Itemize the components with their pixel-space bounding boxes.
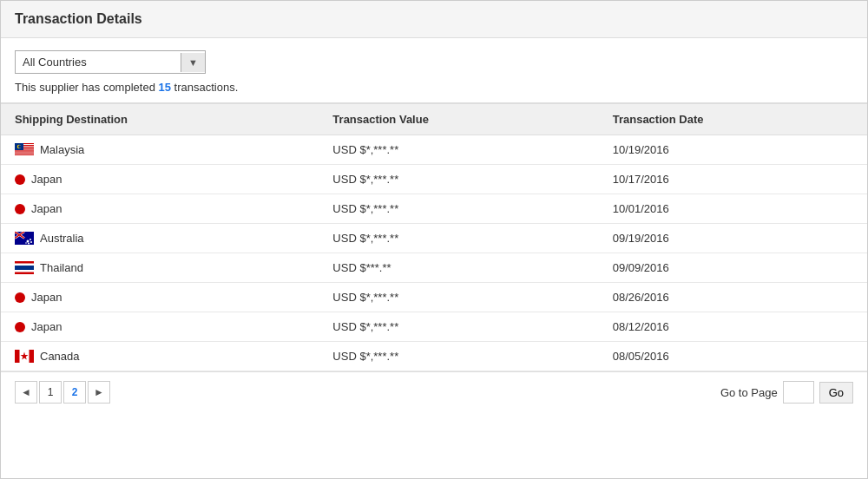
- col-header-destination: Shipping Destination: [1, 104, 319, 135]
- transaction-info-prefix: This supplier has completed: [15, 81, 158, 94]
- country-name: Japan: [31, 291, 62, 304]
- australia-flag-icon: [15, 232, 34, 245]
- next-page-button[interactable]: ►: [88, 381, 110, 404]
- value-cell: USD $*,***.**: [319, 165, 598, 194]
- svg-rect-9: [15, 151, 34, 152]
- destination-cell: Canada: [1, 342, 319, 371]
- date-cell: 08/12/2016: [599, 312, 867, 342]
- svg-rect-12: [15, 154, 34, 154]
- pagination-left: ◄ 1 2 ►: [15, 381, 110, 404]
- filter-section: All Countries Malaysia Japan Australia T…: [1, 38, 867, 103]
- header: Transaction Details: [1, 1, 867, 38]
- table-row: JapanUSD $*,***.**08/12/2016: [1, 312, 867, 342]
- value-cell: USD $***.**: [319, 253, 598, 283]
- value-cell: USD $*,***.**: [319, 135, 598, 165]
- go-to-page-label: Go to Page: [720, 386, 778, 399]
- dropdown-arrow-icon[interactable]: ▼: [181, 53, 205, 72]
- go-button[interactable]: Go: [819, 382, 853, 404]
- svg-point-25: [30, 239, 31, 240]
- value-cell: USD $*,***.**: [319, 342, 598, 371]
- country-name: Australia: [40, 232, 84, 245]
- prev-page-button[interactable]: ◄: [15, 381, 37, 404]
- svg-rect-31: [15, 266, 34, 270]
- destination-cell: Australia: [1, 224, 319, 253]
- value-cell: USD $*,***.**: [319, 224, 598, 253]
- date-cell: 08/05/2016: [599, 342, 867, 371]
- page-wrapper: Transaction Details All Countries Malays…: [0, 0, 868, 479]
- date-cell: 10/17/2016: [599, 165, 867, 194]
- country-name: Japan: [31, 320, 62, 333]
- transactions-table: Shipping Destination Transaction Value T…: [1, 103, 867, 371]
- country-name: Malaysia: [40, 143, 84, 156]
- japan-flag-icon: [15, 174, 25, 185]
- table-row: JapanUSD $*,***.**10/17/2016: [1, 165, 867, 194]
- svg-point-28: [25, 242, 27, 244]
- table-row: MalaysiaUSD $*,***.**10/19/2016: [1, 135, 867, 165]
- svg-rect-10: [15, 152, 34, 153]
- country-cell: Japan: [15, 202, 305, 215]
- country-name: Canada: [40, 350, 80, 363]
- japan-flag-icon: [15, 322, 25, 332]
- value-cell: USD $*,***.**: [319, 194, 598, 224]
- malaysia-flag-icon: [15, 143, 34, 156]
- destination-cell: Thailand: [1, 253, 319, 283]
- svg-rect-14: [15, 155, 34, 156]
- destination-cell: Japan: [1, 194, 319, 224]
- col-header-date: Transaction Date: [599, 104, 867, 135]
- destination-cell: Malaysia: [1, 135, 319, 165]
- pagination-bar: ◄ 1 2 ► Go to Page Go: [1, 371, 867, 412]
- table-row: JapanUSD $*,***.**10/01/2016: [1, 194, 867, 224]
- country-cell: Thailand: [15, 261, 305, 274]
- transaction-info-suffix: transactions.: [171, 81, 238, 94]
- col-header-value: Transaction Value: [319, 104, 598, 135]
- go-to-page-input[interactable]: [783, 381, 814, 404]
- country-name: Thailand: [40, 261, 83, 274]
- destination-cell: Japan: [1, 312, 319, 342]
- country-dropdown[interactable]: All Countries Malaysia Japan Australia T…: [16, 51, 181, 73]
- country-name: Japan: [31, 202, 62, 215]
- country-name: Japan: [31, 173, 62, 186]
- svg-point-26: [30, 241, 32, 243]
- table-row: ThailandUSD $***.**09/09/2016: [1, 253, 867, 283]
- page-1-button[interactable]: 1: [39, 381, 62, 404]
- date-cell: 10/01/2016: [599, 194, 867, 224]
- svg-rect-13: [15, 154, 34, 155]
- country-cell: Japan: [15, 291, 305, 304]
- svg-rect-33: [15, 350, 20, 363]
- destination-cell: Japan: [1, 165, 319, 194]
- value-cell: USD $*,***.**: [319, 283, 598, 312]
- table-row: AustraliaUSD $*,***.**09/19/2016: [1, 224, 867, 253]
- svg-point-17: [18, 145, 21, 148]
- country-cell: Malaysia: [15, 143, 305, 156]
- value-cell: USD $*,***.**: [319, 312, 598, 342]
- svg-point-27: [28, 243, 30, 245]
- country-cell: Japan: [15, 173, 305, 186]
- transaction-info: This supplier has completed 15 transacti…: [15, 81, 853, 94]
- japan-flag-icon: [15, 204, 25, 214]
- country-cell: Canada: [15, 350, 305, 363]
- page-2-button[interactable]: 2: [63, 381, 86, 404]
- date-cell: 09/09/2016: [599, 253, 867, 283]
- country-cell: Australia: [15, 232, 305, 245]
- thailand-flag-icon: [15, 261, 34, 274]
- svg-point-24: [27, 240, 30, 243]
- page-title: Transaction Details: [15, 11, 142, 26]
- japan-flag-icon: [15, 292, 25, 303]
- table-section: Shipping Destination Transaction Value T…: [1, 103, 867, 371]
- svg-rect-11: [15, 153, 34, 154]
- svg-rect-34: [30, 350, 35, 363]
- country-dropdown-wrapper: All Countries Malaysia Japan Australia T…: [15, 50, 206, 74]
- date-cell: 10/19/2016: [599, 135, 867, 165]
- date-cell: 08/26/2016: [599, 283, 867, 312]
- date-cell: 09/19/2016: [599, 224, 867, 253]
- canada-flag-icon: [15, 350, 34, 363]
- table-row: CanadaUSD $*,***.**08/05/2016: [1, 342, 867, 371]
- pagination-right: Go to Page Go: [720, 381, 853, 404]
- table-header-row: Shipping Destination Transaction Value T…: [1, 104, 867, 135]
- destination-cell: Japan: [1, 283, 319, 312]
- transaction-count-link[interactable]: 15: [158, 81, 170, 94]
- table-row: JapanUSD $*,***.**08/26/2016: [1, 283, 867, 312]
- country-cell: Japan: [15, 320, 305, 333]
